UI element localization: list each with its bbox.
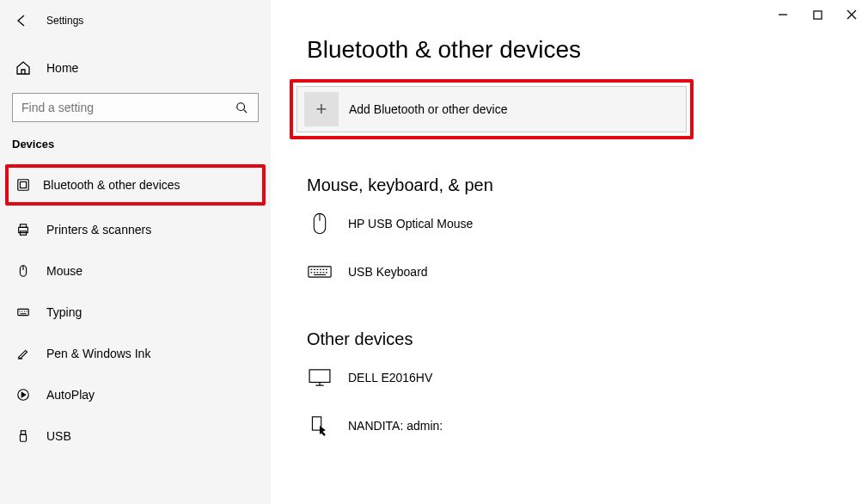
sidebar: Settings Home Devices: [0, 0, 271, 504]
highlight-add-device: + Add Bluetooth or other device: [290, 79, 694, 139]
nav-label: USB: [46, 429, 71, 443]
plus-icon: +: [304, 92, 339, 126]
nav-printers[interactable]: Printers & scanners: [0, 209, 271, 250]
device-label: NANDITA: admin:: [348, 419, 443, 433]
pen-icon: [15, 346, 31, 361]
device-label: USB Keyboard: [348, 265, 428, 279]
section-title: Other devices: [307, 329, 868, 349]
sidebar-section-title: Devices: [0, 122, 271, 161]
svg-rect-10: [20, 434, 26, 441]
device-usb-keyboard[interactable]: USB Keyboard: [307, 259, 868, 285]
maximize-button[interactable]: [806, 3, 828, 26]
nav-label: Typing: [46, 305, 82, 319]
device-hp-mouse[interactable]: HP USB Optical Mouse: [307, 211, 868, 237]
nav-label: Bluetooth & other devices: [43, 178, 180, 192]
device-label: HP USB Optical Mouse: [348, 217, 473, 230]
add-device-button[interactable]: + Add Bluetooth or other device: [296, 86, 687, 132]
svg-rect-14: [309, 370, 330, 383]
nav-autoplay[interactable]: AutoPlay: [0, 374, 271, 415]
add-device-label: Add Bluetooth or other device: [349, 102, 507, 116]
nav-mouse[interactable]: Mouse: [0, 250, 271, 292]
nav-label: Mouse: [46, 264, 83, 278]
mouse-icon: [15, 263, 31, 279]
device-nandita-admin[interactable]: NANDITA: admin:: [307, 413, 868, 439]
nav-pen[interactable]: Pen & Windows Ink: [0, 333, 271, 374]
search-input[interactable]: [21, 101, 235, 114]
section-other-devices: Other devices DELL E2016HV NANDITA: admi…: [271, 307, 868, 439]
app-title: Settings: [46, 15, 83, 27]
minimize-button[interactable]: [772, 3, 794, 26]
device-dell-monitor[interactable]: DELL E2016HV: [307, 365, 868, 390]
nav-bluetooth[interactable]: Bluetooth & other devices: [9, 168, 262, 202]
home-label: Home: [46, 61, 78, 75]
remote-device-icon: [307, 413, 333, 439]
usb-icon: [15, 428, 31, 444]
svg-rect-9: [21, 431, 25, 434]
svg-rect-2: [20, 181, 26, 187]
nav-usb[interactable]: USB: [0, 415, 271, 457]
window-controls: [772, 3, 863, 26]
back-button[interactable]: [14, 13, 29, 28]
svg-rect-11: [813, 10, 821, 18]
search-box[interactable]: [12, 93, 259, 122]
svg-rect-13: [309, 267, 331, 277]
keyboard-icon: [307, 259, 333, 285]
section-mouse-keyboard-pen: Mouse, keyboard, & pen HP USB Optical Mo…: [271, 139, 868, 285]
nav-typing[interactable]: Typing: [0, 292, 271, 333]
home-button[interactable]: Home: [0, 50, 271, 86]
svg-rect-4: [20, 224, 26, 228]
search-icon: [235, 101, 249, 114]
svg-point-0: [237, 103, 245, 111]
svg-rect-7: [18, 309, 28, 315]
nav-label: AutoPlay: [46, 388, 95, 402]
device-label: DELL E2016HV: [348, 371, 432, 384]
nav-label: Pen & Windows Ink: [46, 347, 150, 360]
bluetooth-icon: [15, 177, 31, 193]
svg-rect-1: [18, 180, 28, 190]
sidebar-nav: Bluetooth & other devices Printers & sca…: [0, 161, 271, 457]
keyboard-icon: [15, 304, 31, 320]
autoplay-icon: [15, 387, 31, 403]
close-button[interactable]: [840, 3, 863, 26]
highlight-bluetooth: Bluetooth & other devices: [5, 164, 266, 206]
monitor-icon: [307, 365, 333, 390]
printer-icon: [15, 222, 31, 237]
home-icon: [15, 60, 31, 76]
nav-label: Printers & scanners: [46, 223, 151, 237]
section-title: Mouse, keyboard, & pen: [307, 175, 868, 195]
mouse-icon: [307, 211, 333, 237]
main-content: Bluetooth & other devices + Add Bluetoot…: [271, 0, 868, 504]
